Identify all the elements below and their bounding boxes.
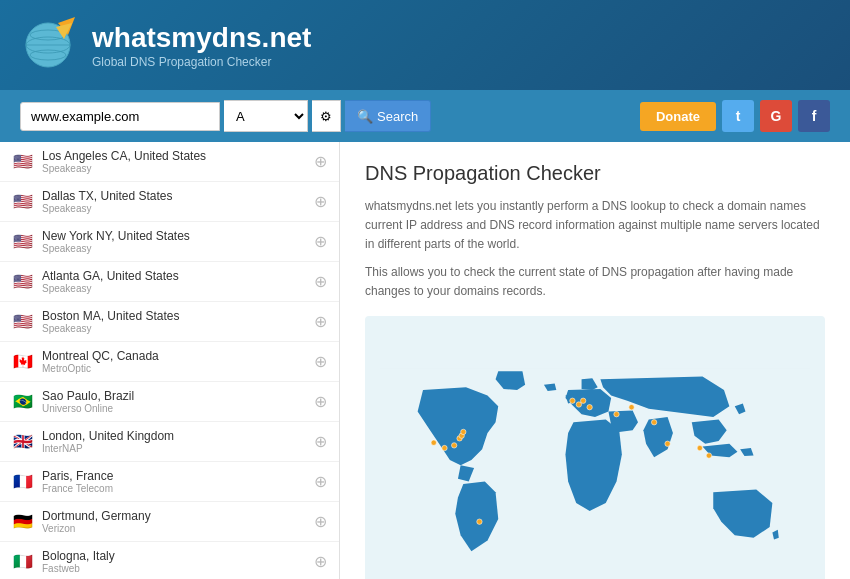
server-provider: France Telecom — [42, 483, 310, 494]
server-info: London, United Kingdom InterNAP — [42, 429, 310, 454]
server-info: Atlanta GA, United States Speakeasy — [42, 269, 310, 294]
server-provider: MetroOptic — [42, 363, 310, 374]
server-flag: 🇺🇸 — [12, 275, 34, 289]
server-info: Paris, France France Telecom — [42, 469, 310, 494]
server-list-item[interactable]: 🇮🇹 Bologna, Italy Fastweb ⊕ — [0, 542, 339, 579]
svg-point-14 — [477, 519, 482, 524]
panel-desc-2: This allows you to check the current sta… — [365, 263, 825, 301]
search-button-label: Search — [377, 109, 418, 124]
donate-button[interactable]: Donate — [640, 102, 716, 131]
server-list-item[interactable]: 🇫🇷 Paris, France France Telecom ⊕ — [0, 462, 339, 502]
svg-point-18 — [587, 404, 592, 409]
server-name: Boston MA, United States — [42, 309, 310, 323]
panel-desc-1: whatsmydns.net lets you instantly perfor… — [365, 197, 825, 255]
server-flag: 🇺🇸 — [12, 235, 34, 249]
server-provider: InterNAP — [42, 443, 310, 454]
server-flag: 🇨🇦 — [12, 355, 34, 369]
server-info: Bologna, Italy Fastweb — [42, 549, 310, 574]
logo-area: whatsmydns.net Global DNS Propagation Ch… — [20, 15, 311, 75]
server-list-item[interactable]: 🇺🇸 Boston MA, United States Speakeasy ⊕ — [0, 302, 339, 342]
search-input[interactable] — [20, 102, 220, 131]
server-info: Dortmund, Germany Verizon — [42, 509, 310, 534]
server-action-icon[interactable]: ⊕ — [314, 512, 327, 531]
server-list-item[interactable]: 🇧🇷 Sao Paulo, Brazil Universo Online ⊕ — [0, 382, 339, 422]
twitter-button[interactable]: t — [722, 100, 754, 132]
svg-point-13 — [461, 429, 466, 434]
svg-point-16 — [576, 402, 581, 407]
svg-point-20 — [629, 404, 634, 409]
right-panel: DNS Propagation Checker whatsmydns.net l… — [340, 142, 850, 579]
server-provider: Universo Online — [42, 403, 310, 414]
server-name: Bologna, Italy — [42, 549, 310, 563]
server-action-icon[interactable]: ⊕ — [314, 472, 327, 491]
svg-point-9 — [442, 445, 447, 450]
server-flag: 🇧🇷 — [12, 395, 34, 409]
site-info: whatsmydns.net Global DNS Propagation Ch… — [92, 21, 311, 69]
server-name: London, United Kingdom — [42, 429, 310, 443]
server-info: New York NY, United States Speakeasy — [42, 229, 310, 254]
svg-point-24 — [706, 453, 711, 458]
server-action-icon[interactable]: ⊕ — [314, 392, 327, 411]
server-name: Sao Paulo, Brazil — [42, 389, 310, 403]
gear-icon: ⚙ — [320, 109, 332, 124]
svg-point-21 — [651, 420, 656, 425]
svg-point-11 — [451, 443, 456, 448]
server-flag: 🇺🇸 — [12, 195, 34, 209]
server-info: Sao Paulo, Brazil Universo Online — [42, 389, 310, 414]
svg-point-15 — [570, 398, 575, 403]
map-svg — [380, 331, 810, 579]
server-list: 🇺🇸 Los Angeles CA, United States Speakea… — [0, 142, 340, 579]
server-provider: Speakeasy — [42, 163, 310, 174]
panel-title: DNS Propagation Checker — [365, 162, 825, 185]
server-flag: 🇺🇸 — [12, 315, 34, 329]
server-info: Boston MA, United States Speakeasy — [42, 309, 310, 334]
server-action-icon[interactable]: ⊕ — [314, 272, 327, 291]
google-button[interactable]: G — [760, 100, 792, 132]
site-title: whatsmydns.net — [92, 21, 311, 55]
toolbar: A AAAA CNAME MX NS PTR SOA SRV TXT ⚙ 🔍 S… — [0, 90, 850, 142]
server-provider: Speakeasy — [42, 203, 310, 214]
server-name: Dortmund, Germany — [42, 509, 310, 523]
server-info: Dallas TX, United States Speakeasy — [42, 189, 310, 214]
header: whatsmydns.net Global DNS Propagation Ch… — [0, 0, 850, 90]
server-info: Los Angeles CA, United States Speakeasy — [42, 149, 310, 174]
record-type-select[interactable]: A AAAA CNAME MX NS PTR SOA SRV TXT — [224, 100, 308, 132]
server-provider: Speakeasy — [42, 283, 310, 294]
server-name: New York NY, United States — [42, 229, 310, 243]
search-icon: 🔍 — [357, 109, 373, 124]
server-action-icon[interactable]: ⊕ — [314, 352, 327, 371]
server-name: Dallas TX, United States — [42, 189, 310, 203]
server-name: Los Angeles CA, United States — [42, 149, 310, 163]
world-map — [365, 316, 825, 579]
server-list-item[interactable]: 🇺🇸 Atlanta GA, United States Speakeasy ⊕ — [0, 262, 339, 302]
server-action-icon[interactable]: ⊕ — [314, 192, 327, 211]
server-provider: Speakeasy — [42, 323, 310, 334]
server-list-item[interactable]: 🇨🇦 Montreal QC, Canada MetroOptic ⊕ — [0, 342, 339, 382]
server-flag: 🇩🇪 — [12, 515, 34, 529]
search-button[interactable]: 🔍 Search — [345, 100, 431, 132]
svg-point-17 — [580, 398, 585, 403]
server-list-item[interactable]: 🇺🇸 Dallas TX, United States Speakeasy ⊕ — [0, 182, 339, 222]
server-list-item[interactable]: 🇺🇸 Los Angeles CA, United States Speakea… — [0, 142, 339, 182]
server-flag: 🇬🇧 — [12, 435, 34, 449]
server-action-icon[interactable]: ⊕ — [314, 552, 327, 571]
server-provider: Verizon — [42, 523, 310, 534]
server-provider: Speakeasy — [42, 243, 310, 254]
svg-point-23 — [697, 445, 702, 450]
server-flag: 🇫🇷 — [12, 475, 34, 489]
svg-point-22 — [665, 441, 670, 446]
server-action-icon[interactable]: ⊕ — [314, 152, 327, 171]
server-action-icon[interactable]: ⊕ — [314, 232, 327, 251]
server-info: Montreal QC, Canada MetroOptic — [42, 349, 310, 374]
server-list-item[interactable]: 🇩🇪 Dortmund, Germany Verizon ⊕ — [0, 502, 339, 542]
server-name: Montreal QC, Canada — [42, 349, 310, 363]
server-action-icon[interactable]: ⊕ — [314, 432, 327, 451]
settings-button[interactable]: ⚙ — [312, 100, 341, 132]
server-action-icon[interactable]: ⊕ — [314, 312, 327, 331]
site-subtitle: Global DNS Propagation Checker — [92, 55, 311, 69]
server-provider: Fastweb — [42, 563, 310, 574]
server-list-item[interactable]: 🇺🇸 New York NY, United States Speakeasy … — [0, 222, 339, 262]
server-flag: 🇺🇸 — [12, 155, 34, 169]
facebook-button[interactable]: f — [798, 100, 830, 132]
server-list-item[interactable]: 🇬🇧 London, United Kingdom InterNAP ⊕ — [0, 422, 339, 462]
